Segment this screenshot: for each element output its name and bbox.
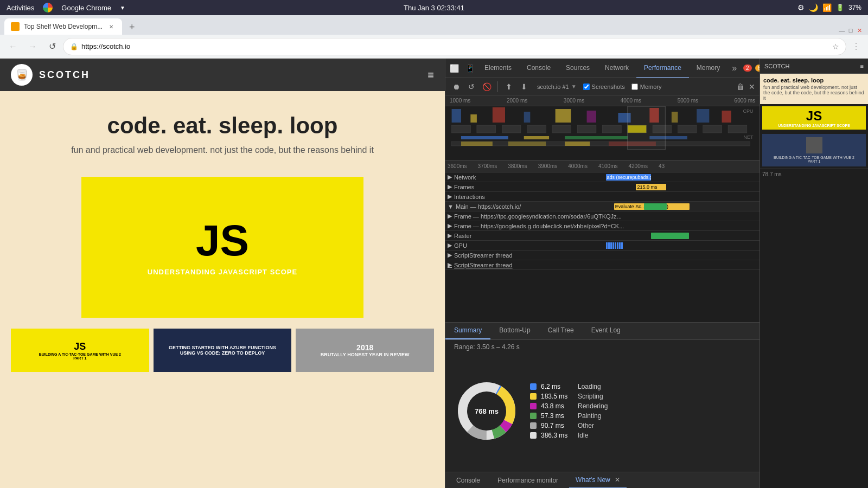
fc-row-raster[interactable]: ▶ Raster [445, 231, 760, 241]
browser-tab[interactable]: Top Shelf Web Developm... ✕ [4, 18, 122, 35]
settings-icon[interactable]: ⚙ [797, 3, 805, 12]
record-source-label[interactable]: scotch.io #1 [537, 84, 569, 90]
close-button[interactable]: ✕ [855, 26, 864, 35]
interactions-toggle[interactable]: ▶ [448, 193, 452, 200]
screenshots-checkbox-label[interactable]: Screenshots [583, 84, 625, 90]
thumb-card-2[interactable]: Getting started with Azure Functionsusin… [154, 329, 292, 372]
fc-row-interactions[interactable]: ▶ Interactions [445, 192, 760, 202]
svg-rect-3 [524, 112, 531, 123]
legend-dot-scripting [530, 393, 537, 400]
source-dropdown[interactable]: ▼ [571, 84, 577, 89]
devtools-inspect-icon[interactable]: ⬜ [445, 64, 463, 73]
fc-row-main[interactable]: ▼ Main — https://scotch.io/ Evaluate Sc.… [445, 202, 760, 211]
featured-card[interactable]: JS UNDERSTANDING JAVASCRIPT SCOPE [81, 177, 363, 318]
network-toggle[interactable]: ▶ [448, 174, 452, 181]
fc-row-network[interactable]: ▶ Network ads (securepubads.g.dou... [445, 172, 760, 182]
frame1-toggle[interactable]: ▶ [448, 213, 452, 220]
fc-row-scriptstreamer1[interactable]: ▶ ScriptStreamer thread [445, 251, 760, 260]
url-bar[interactable]: 🔒 https://scotch.io ☆ [63, 38, 846, 55]
tab-title: Top Shelf Web Developm... [24, 23, 103, 30]
legend-dot-idle [530, 432, 537, 439]
bb-console-tab[interactable]: Console [450, 472, 487, 489]
back-button[interactable]: ← [4, 38, 22, 55]
svg-text:CPU: CPU [743, 108, 753, 114]
minimize-button[interactable]: — [838, 26, 846, 35]
chrome-app-label[interactable]: Google Chrome [61, 4, 111, 12]
os-bar-right: ⚙ 🌙 📶 🔋 37% [797, 3, 861, 12]
hamburger-menu[interactable]: ≡ [427, 69, 434, 81]
devtools-tab-actions: 2 6 ⋮ ✕ [741, 63, 760, 73]
frame2-toggle[interactable]: ▶ [448, 222, 452, 229]
timeline-tracks: CPU NET [445, 106, 760, 160]
bb-whatsnew-tab[interactable]: What's New ✕ [569, 472, 627, 489]
devtools-device-icon[interactable]: 📱 [463, 64, 477, 73]
thumb-card-1[interactable]: JS BUILDING A TIC-TAC-TOE GAME WITH VUE … [11, 329, 149, 372]
maximize-button[interactable]: □ [846, 26, 855, 35]
summary-tab-calltree[interactable]: Call Tree [539, 323, 583, 340]
svg-rect-4 [556, 109, 571, 123]
tab-more[interactable]: » [727, 63, 741, 73]
new-tab-button[interactable]: + [124, 20, 139, 35]
gpu-toggle[interactable]: ▶ [448, 242, 452, 249]
legend-label-scripting: Scripting [578, 393, 603, 400]
frame2-label: Frame — https://googleads.g.doubleclick.… [454, 223, 757, 229]
svg-rect-17 [603, 125, 622, 133]
forward-button[interactable]: → [24, 38, 41, 55]
trash-button[interactable]: 🗑 [737, 82, 744, 91]
legend-label-other: Other [578, 422, 594, 429]
fc-row-frame1[interactable]: ▶ Frame — https://tpc.googlesyndication.… [445, 211, 760, 221]
download-button[interactable]: ⬇ [518, 80, 531, 93]
reload-button[interactable]: ↺ [43, 38, 61, 55]
activities-label[interactable]: Activities [7, 4, 34, 12]
record-button[interactable]: ⏺ [450, 80, 463, 93]
scriptstreamer2-toggle[interactable]: ▶ [448, 261, 452, 268]
svg-rect-5 [587, 111, 596, 123]
memory-checkbox-label[interactable]: Memory [631, 84, 662, 90]
extensions-button[interactable]: ⋮ [848, 39, 864, 54]
network-bars: ads (securepubads.g.dou... [606, 174, 758, 181]
frames-toggle[interactable]: ▶ [448, 183, 452, 190]
preview-dark-label: BUILDING A TIC-TAC-TOE GAME WITH VUE 2PA… [765, 156, 863, 163]
mark-43: 43 [659, 163, 665, 169]
url-text: https://scotch.io [81, 42, 829, 50]
legend-val-other: 90.7 ms [541, 422, 573, 429]
thumb-card-3[interactable]: 2018 Brutally Honest Year in Review [296, 329, 434, 372]
fc-row-frames[interactable]: ▶ Frames 215.0 ms [445, 182, 760, 192]
toolbar-close[interactable]: ✕ [749, 82, 755, 91]
tab-close-button[interactable]: ✕ [107, 22, 116, 31]
tab-sources[interactable]: Sources [558, 59, 597, 78]
tab-network[interactable]: Network [597, 59, 636, 78]
clear-button[interactable]: 🚫 [480, 80, 493, 93]
timeline-area[interactable]: 1000 ms 2000 ms 3000 ms 4000 ms 5000 ms … [445, 95, 760, 160]
reload-record-button[interactable]: ↺ [465, 80, 478, 93]
upload-button[interactable]: ⬆ [502, 80, 515, 93]
tab-memory[interactable]: Memory [689, 59, 727, 78]
bb-monitor-tab[interactable]: Performance monitor [491, 472, 565, 489]
os-bar-clock: Thu Jan 3 02:33:41 [404, 4, 464, 12]
summary-tab-bottomup[interactable]: Bottom-Up [490, 323, 539, 340]
dropdown-icon[interactable]: ▼ [120, 5, 125, 11]
mark-4000: 4000ms [568, 163, 588, 169]
os-bar-left: Activities Google Chrome ▼ [7, 3, 125, 12]
scriptstreamer1-toggle[interactable]: ▶ [448, 252, 452, 259]
main-toggle[interactable]: ▼ [448, 203, 454, 210]
gpu-bars [606, 242, 758, 249]
tab-performance[interactable]: Performance [636, 59, 689, 78]
legend-loading: 6.2 ms Loading [530, 383, 751, 390]
bb-whatsnew-close[interactable]: ✕ [615, 476, 620, 484]
fc-row-scriptstreamer2[interactable]: ▶ ScriptStreamer thread [445, 260, 760, 270]
bookmark-icon[interactable]: ☆ [832, 42, 839, 51]
memory-checkbox[interactable] [631, 84, 638, 90]
fc-row-gpu[interactable]: ▶ GPU [445, 241, 760, 251]
fc-row-frame2[interactable]: ▶ Frame — https://googleads.g.doubleclic… [445, 221, 760, 231]
tab-elements[interactable]: Elements [477, 59, 519, 78]
mark-3900: 3900ms [538, 163, 558, 169]
battery-icon: 🔋 [836, 4, 844, 11]
tab-console[interactable]: Console [519, 59, 558, 78]
raster-bars [606, 232, 758, 240]
summary-tab-summary[interactable]: Summary [445, 323, 490, 340]
screenshots-checkbox[interactable] [583, 84, 590, 90]
raster-toggle[interactable]: ▶ [448, 232, 452, 239]
svg-rect-22 [728, 125, 747, 133]
summary-tab-eventlog[interactable]: Event Log [583, 323, 629, 340]
